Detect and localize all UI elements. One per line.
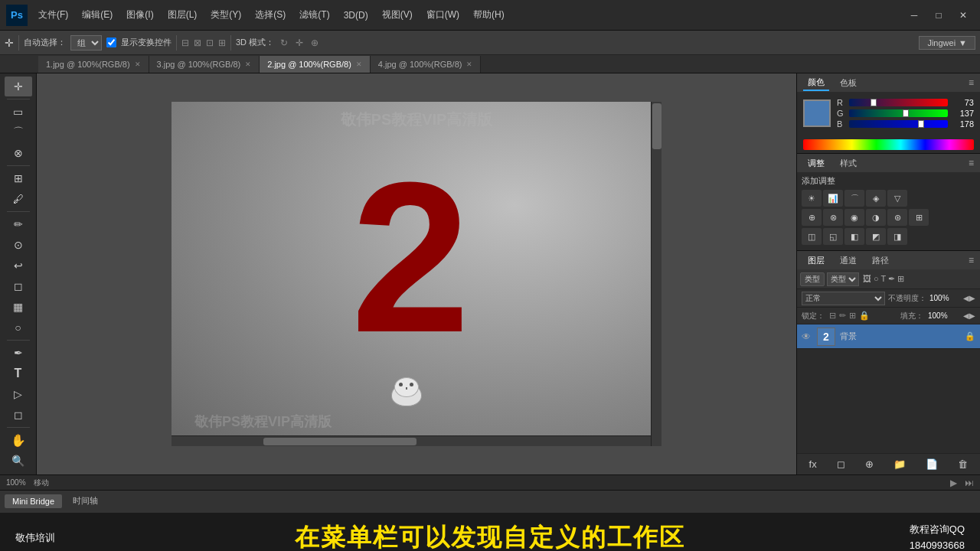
crop-tool[interactable]: ⊞ — [5, 168, 32, 188]
lock-position-icon[interactable]: ✏ — [839, 311, 846, 321]
adj-gradient-map-icon[interactable]: ▽ — [887, 190, 907, 207]
move-tool[interactable]: ✛ — [5, 77, 32, 96]
adj-solidcolor-icon[interactable]: ◨ — [887, 228, 907, 245]
delete-layer-button[interactable]: 🗑 — [955, 457, 971, 471]
dodge-tool[interactable]: ○ — [5, 318, 32, 337]
close-button[interactable]: ✕ — [952, 7, 974, 24]
adj-levels-icon[interactable]: 📊 — [823, 190, 843, 207]
tab-color[interactable]: 颜色 — [803, 75, 829, 91]
eyedropper-tool[interactable]: 🖋 — [5, 189, 32, 209]
menu-3d[interactable]: 3D(D) — [338, 8, 374, 23]
adj-hsl-icon[interactable]: ⊗ — [823, 209, 843, 226]
scrollbar-vertical[interactable] — [651, 102, 662, 446]
layer-eye-icon[interactable]: 👁 — [802, 331, 812, 342]
blend-mode-select[interactable]: 正常 — [802, 292, 885, 305]
play-icon[interactable]: ▶ — [950, 478, 957, 488]
lock-all-icon[interactable]: 🔒 — [859, 311, 870, 321]
layer-item-background[interactable]: 👁 2 背景 🔒 — [797, 324, 980, 349]
adj-selectivecolor-icon[interactable]: ◩ — [866, 228, 886, 245]
text-tool[interactable]: T — [5, 364, 32, 383]
3d-rotate-icon[interactable]: ↻ — [280, 37, 288, 48]
tab-1jpg[interactable]: 1.jpg @ 100%(RGB/8) ✕ — [38, 56, 149, 73]
scrollbar-horizontal-thumb[interactable] — [263, 438, 416, 445]
scrollbar-horizontal[interactable] — [172, 435, 651, 446]
menu-type[interactable]: 类型(Y) — [204, 6, 247, 24]
align-icon-4[interactable]: ⊞ — [218, 37, 226, 48]
color-preview[interactable] — [803, 99, 831, 127]
add-layer-button[interactable]: 📄 — [923, 457, 941, 471]
adj-curves-icon[interactable]: ⌒ — [844, 190, 864, 207]
menu-select[interactable]: 选择(S) — [249, 6, 292, 24]
hand-tool[interactable]: ✋ — [5, 430, 32, 450]
menu-edit[interactable]: 编辑(E) — [76, 6, 119, 24]
add-mask-button[interactable]: ◻ — [834, 457, 848, 471]
lock-artboard-icon[interactable]: ⊞ — [849, 311, 856, 321]
adj-colorbalance-icon[interactable]: ◉ — [844, 209, 864, 226]
minimize-button[interactable]: ─ — [903, 7, 925, 24]
add-group-button[interactable]: 📁 — [890, 457, 909, 471]
tab-4jpg[interactable]: 4.jpg @ 100%(RGB/8) ✕ — [371, 56, 482, 73]
add-style-button[interactable]: fx — [806, 457, 820, 471]
lock-pixels-icon[interactable]: ⊟ — [829, 311, 836, 321]
color-panel-menu[interactable]: ≡ — [969, 77, 974, 88]
tab-mini-bridge[interactable]: Mini Bridge — [5, 494, 62, 508]
tab-1jpg-close[interactable]: ✕ — [135, 60, 141, 68]
rectangle-select-tool[interactable]: ▭ — [5, 102, 32, 122]
menu-window[interactable]: 窗口(W) — [420, 6, 466, 24]
tab-channels[interactable]: 通道 — [835, 253, 861, 268]
fill-arrows[interactable]: ◀▶ — [963, 311, 975, 320]
tab-3jpg-close[interactable]: ✕ — [245, 60, 251, 68]
menu-view[interactable]: 视图(V) — [376, 6, 419, 24]
color-spectrum[interactable] — [803, 139, 974, 150]
adj-invert-icon[interactable]: ◫ — [802, 228, 822, 245]
tab-layers[interactable]: 图层 — [803, 253, 829, 268]
tab-styles[interactable]: 样式 — [835, 156, 861, 171]
adj-exposure-icon[interactable]: ◈ — [866, 190, 886, 207]
show-transform-checkbox[interactable] — [106, 37, 116, 47]
end-icon[interactable]: ⏭ — [965, 478, 974, 488]
tab-2jpg-close[interactable]: ✕ — [356, 60, 362, 68]
eraser-tool[interactable]: ◻ — [5, 276, 32, 296]
g-slider-track[interactable] — [849, 109, 948, 117]
workspace-button[interactable]: Jingwei ▼ — [919, 36, 975, 50]
b-slider-track[interactable] — [849, 120, 948, 128]
adj-bw-icon[interactable]: ◑ — [866, 209, 886, 226]
menu-layer[interactable]: 图层(L) — [162, 6, 204, 24]
shape-tool[interactable]: ◻ — [5, 405, 32, 425]
opacity-arrows[interactable]: ◀▶ — [963, 294, 975, 302]
brush-tool[interactable]: ✏ — [5, 214, 32, 234]
tab-paths[interactable]: 路径 — [867, 253, 893, 268]
layers-panel-menu[interactable]: ≡ — [969, 255, 974, 266]
gradient-tool[interactable]: ▦ — [5, 297, 32, 317]
r-slider-track[interactable] — [849, 99, 948, 106]
lasso-tool[interactable]: ⌒ — [5, 122, 32, 142]
3d-scale-icon[interactable]: ⊕ — [311, 37, 318, 48]
adj-brightness-icon[interactable]: ☀ — [802, 190, 822, 207]
adj-posterize-icon[interactable]: ◱ — [823, 228, 843, 245]
adj-threshold-icon[interactable]: ◧ — [844, 228, 864, 245]
adj-panel-menu[interactable]: ≡ — [969, 158, 974, 168]
align-icon-1[interactable]: ⊟ — [181, 37, 189, 48]
menu-filter[interactable]: 滤镜(T) — [293, 6, 335, 24]
pen-tool[interactable]: ✒ — [5, 343, 32, 363]
menu-file[interactable]: 文件(F) — [32, 6, 74, 24]
menu-image[interactable]: 图像(I) — [120, 6, 159, 24]
path-select-tool[interactable]: ▷ — [5, 384, 32, 404]
tab-timeline[interactable]: 时间轴 — [65, 493, 106, 509]
add-adjustment-button[interactable]: ⊕ — [862, 457, 877, 471]
align-icon-3[interactable]: ⊡ — [206, 37, 214, 48]
adj-vibrance-icon[interactable]: ⊕ — [802, 209, 822, 226]
quick-select-tool[interactable]: ⊗ — [5, 143, 32, 163]
adj-photofilter-icon[interactable]: ⊛ — [887, 209, 907, 226]
maximize-button[interactable]: □ — [928, 7, 949, 24]
auto-select-dropdown[interactable]: 组 — [70, 35, 102, 51]
adj-channelmixer-icon[interactable]: ⊞ — [909, 209, 929, 226]
b-slider-thumb[interactable] — [918, 120, 924, 128]
align-icon-2[interactable]: ⊠ — [194, 37, 201, 48]
clone-stamp-tool[interactable]: ⊙ — [5, 235, 32, 255]
r-slider-thumb[interactable] — [871, 99, 877, 106]
scrollbar-vertical-thumb[interactable] — [652, 103, 662, 149]
tab-adjustments[interactable]: 调整 — [803, 156, 829, 171]
layers-kind-select[interactable]: 类型 — [827, 272, 859, 286]
tab-3jpg[interactable]: 3.jpg @ 100%(RGB/8) ✕ — [149, 56, 260, 73]
